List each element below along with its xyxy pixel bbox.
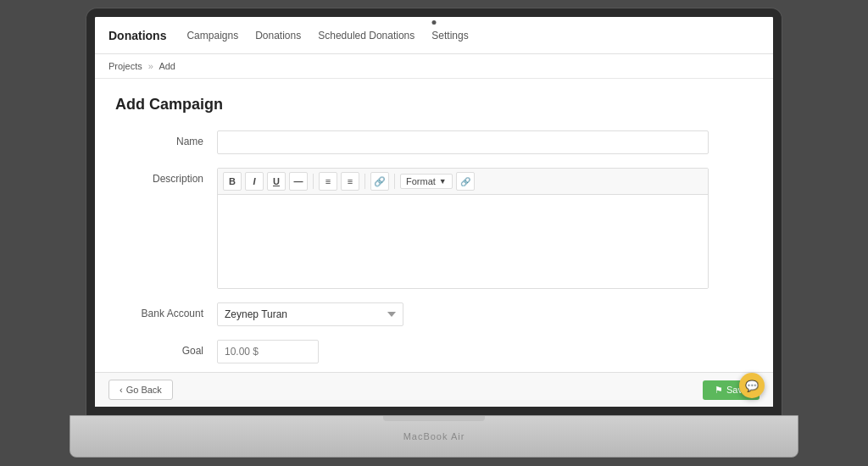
goal-label: Goal	[115, 340, 217, 357]
nav-donations[interactable]: Donations	[255, 26, 301, 45]
bank-account-wrap: Zeynep Turan	[217, 302, 709, 326]
goal-input[interactable]	[217, 340, 319, 363]
go-back-button[interactable]: ‹ Go Back	[108, 380, 173, 400]
description-row: Description B I U — ≡ ≡	[115, 168, 753, 289]
breadcrumb: Projects » Add	[95, 54, 773, 79]
page-title: Add Campaign	[115, 96, 753, 114]
format-chevron-icon: ▼	[439, 177, 447, 186]
strike-button[interactable]: —	[289, 172, 308, 191]
goal-row: Goal	[115, 340, 753, 363]
link-button[interactable]: 🔗	[370, 172, 389, 191]
ul-button[interactable]: ≡	[319, 172, 337, 191]
breadcrumb-current: Add	[159, 61, 175, 71]
breadcrumb-separator: »	[148, 61, 153, 71]
editor-toolbar: B I U — ≡ ≡ 🔗 For	[218, 169, 708, 195]
format-dropdown[interactable]: Format ▼	[400, 174, 453, 189]
nav-scheduled-donations[interactable]: Scheduled Donations	[318, 26, 415, 45]
name-input-wrap	[217, 130, 709, 154]
fab-icon: 💬	[745, 380, 759, 392]
chain-button[interactable]: 🔗	[456, 172, 475, 191]
fab-button[interactable]: 💬	[739, 373, 765, 398]
nav-campaigns[interactable]: Campaigns	[186, 26, 238, 45]
footer-bar: ‹ Go Back ⚑ Save	[95, 372, 773, 407]
name-row: Name	[115, 130, 753, 154]
laptop-base	[70, 415, 798, 458]
nav-brand: Donations	[108, 29, 166, 42]
bold-button[interactable]: B	[223, 172, 242, 191]
nav-settings[interactable]: Settings	[431, 26, 468, 45]
save-flag-icon: ⚑	[715, 385, 723, 396]
bank-account-label: Bank Account	[115, 302, 217, 319]
description-editor-wrap: B I U — ≡ ≡ 🔗 For	[217, 168, 709, 289]
back-label: Go Back	[126, 385, 162, 395]
editor-container: B I U — ≡ ≡ 🔗 For	[217, 168, 709, 289]
main-content: Add Campaign Name Description B	[95, 79, 773, 372]
nav-items: Campaigns Donations Scheduled Donations …	[186, 26, 468, 45]
name-label: Name	[115, 130, 217, 147]
toolbar-sep-2	[364, 174, 365, 189]
bank-account-row: Bank Account Zeynep Turan	[115, 302, 753, 326]
breadcrumb-root[interactable]: Projects	[108, 61, 142, 71]
toolbar-sep-1	[313, 174, 314, 189]
underline-button[interactable]: U	[267, 172, 286, 191]
camera	[432, 20, 437, 25]
goal-wrap	[217, 340, 709, 363]
format-label: Format	[406, 176, 436, 186]
description-label: Description	[115, 168, 217, 185]
ol-button[interactable]: ≡	[341, 172, 359, 191]
toolbar-sep-3	[394, 174, 395, 189]
bank-account-select[interactable]: Zeynep Turan	[217, 302, 403, 326]
name-input[interactable]	[217, 130, 709, 154]
description-input[interactable]	[218, 195, 708, 288]
italic-button[interactable]: I	[245, 172, 264, 191]
back-chevron-icon: ‹	[120, 385, 123, 395]
